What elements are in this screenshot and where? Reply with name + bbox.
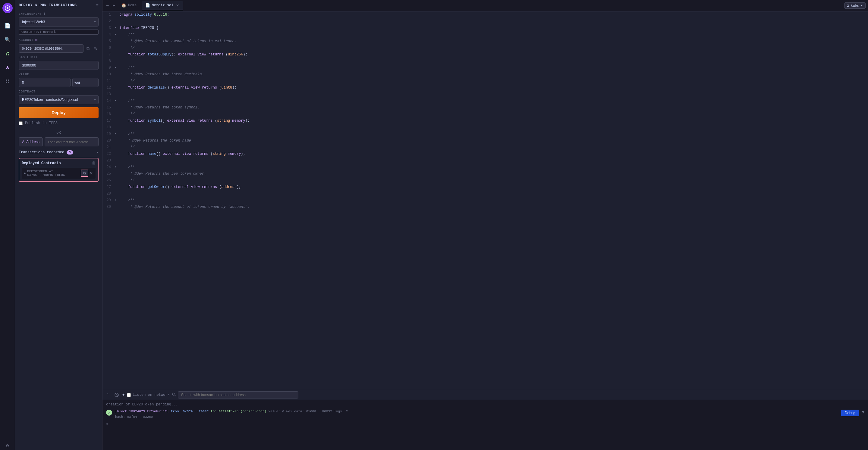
transactions-header: Transactions recorded 3 ▾ [19,150,98,155]
zoom-in-btn[interactable]: + [111,2,116,9]
code-line-8: 8 [102,58,868,64]
contract-actions: ⧉ ✕ [81,169,93,177]
terminal-search-icon[interactable] [172,392,176,397]
account-section-label: ACCOUNT ⊕ [19,38,98,42]
tab-bar: − + 🏠 Home 📄 Nergiz.sol ✕ 2 tabs ▾ [102,0,868,11]
contract-select[interactable]: BEP20Token - contracts/Nergiz.sol [19,95,98,104]
code-line-22: 22 function name() external view returns… [102,151,868,157]
publish-ipfs-checkbox[interactable] [19,121,23,125]
code-editor[interactable]: 1 pragma solidity 0.5.16; 2 3 ▾ interfac… [102,11,868,390]
git-nav-icon[interactable] [3,50,12,58]
value-input[interactable] [19,78,70,87]
deployed-contracts-title: Deployed Contracts [22,161,61,165]
trash-icon[interactable]: 🗑 [92,161,96,165]
code-line-27: 27 function getOwner() external view ret… [102,184,868,190]
code-line-6: 6 */ [102,44,868,51]
tab-home-label: Home [128,3,137,7]
code-line-16: 16 */ [102,111,868,118]
environment-select[interactable]: Injected Web3 JavaScript VM Web3 Provide… [19,18,98,27]
deployed-contracts-header: Deployed Contracts 🗑 [22,161,96,165]
contract-expand-icon[interactable]: ▶ [24,171,26,175]
deploy-panel: DEPLOY & RUN TRANSACTIONS ≡ ENVIRONMENT … [15,0,102,450]
tab-nergiz-label: Nergiz.sol [152,3,174,7]
contract-name-text: BEP20TOKEN AT 0X79C...4D845 (BLOC [27,169,81,177]
deploy-nav-icon[interactable] [3,63,12,72]
close-contract-btn[interactable]: ✕ [90,171,93,175]
code-line-23: 23 [102,157,868,164]
terminal-clock-btn[interactable] [113,392,120,397]
svg-rect-10 [8,82,9,83]
code-line-10: 10 * @dev Returns the token decimals. [102,71,868,78]
tx-details: [block:10924075 txIndex:12] from: 0x3C9.… [115,409,838,420]
tx-logs: logs: 2 [334,410,348,413]
tx-value: value: 0 wei [268,410,292,413]
debug-button[interactable]: Debug [841,410,859,416]
environment-info-icon[interactable]: ℹ [44,12,45,16]
terminal-area: ⌃ 0 listen on network [102,390,868,450]
tx-to: to: BEP20Token.(constructor) [211,410,267,413]
expand-tx-btn[interactable]: ▾ [862,409,864,415]
listen-network-checkbox[interactable] [127,393,131,397]
tabs-counter[interactable]: 2 tabs ▾ [844,2,866,9]
app-logo [2,3,13,13]
code-line-1: 1 pragma solidity 0.5.16; [102,11,868,18]
tx-from: from: 0x3C9...2038C [171,410,209,413]
code-line-5: 5 * @dev Returns the amount of tokens in… [102,38,868,44]
or-divider: OR [19,131,98,135]
code-line-14: 14 ▾ /** [102,98,868,104]
code-line-30: 30 * @dev Returns the amount of tokens o… [102,204,868,210]
gas-limit-input[interactable] [19,61,98,70]
close-tab-nergiz-btn[interactable]: ✕ [176,3,180,7]
svg-point-2 [6,54,7,56]
svg-point-3 [8,52,9,53]
account-select[interactable]: 0x3C9...2038C (0.9993564: [19,44,84,53]
edit-account-btn[interactable]: ✎ [93,45,98,52]
code-line-28: 28 [102,190,868,197]
publish-ipfs-row: Publish to IPFS [19,121,98,125]
load-contract-input[interactable] [44,137,98,147]
terminal-collapse-btn[interactable]: ⌃ [105,392,111,398]
terminal-search-input[interactable] [178,391,299,398]
code-line-7: 7 function totalSupply() external view r… [102,51,868,58]
value-unit-select[interactable]: wei gwei ether [72,78,98,87]
listen-network-label: listen on network [133,393,169,397]
network-badge: Custom (97) network [19,30,98,35]
code-line-13: 13 [102,91,868,98]
search-nav-icon[interactable]: 🔍 [3,36,12,44]
at-address-row: At Address [19,137,98,147]
pending-text: creation of BEP20Token pending... [106,403,864,407]
tx-block: [block:10924075 txIndex:12] [115,410,169,413]
tx-row: ✓ [block:10924075 txIndex:12] from: 0x3C… [106,409,864,420]
code-line-18: 18 [102,124,868,131]
zoom-out-btn[interactable]: − [105,2,110,9]
tab-home[interactable]: 🏠 Home [118,1,141,10]
copy-account-btn[interactable]: ⧉ [85,45,91,52]
deploy-button[interactable]: Deploy [19,107,98,118]
code-line-15: 15 * @dev Returns the token symbol. [102,104,868,111]
contract-item: ▶ BEP20TOKEN AT 0X79C...4D845 (BLOC ⧉ ✕ [22,168,96,179]
tab-nergiz[interactable]: 📄 Nergiz.sol ✕ [142,1,183,10]
code-line-21: 21 */ [102,144,868,151]
deployed-contracts-section: Deployed Contracts 🗑 ▶ BEP20TOKEN AT 0X7… [19,158,98,182]
terminal-count: 0 [122,393,124,397]
account-plus-icon[interactable]: ⊕ [35,38,38,42]
files-nav-icon[interactable]: 📄 [3,22,12,30]
contract-name: ▶ BEP20TOKEN AT 0X79C...4D845 (BLOC [24,169,81,177]
plugins-nav-icon[interactable] [3,77,12,86]
at-address-button[interactable]: At Address [19,137,43,147]
tx-hash: hash: 0xf54...03250 [115,415,153,419]
code-line-20: 20 * @dev Returns the token name. [102,137,868,144]
svg-rect-7 [6,79,7,81]
svg-line-13 [117,395,118,395]
code-line-2: 2 [102,18,868,25]
code-line-4: 4 ▾ /** [102,31,868,38]
value-row: wei gwei ether [19,78,98,87]
panel-menu-icon[interactable]: ≡ [96,3,98,8]
settings-nav-icon[interactable]: ⚙ [3,442,12,450]
svg-point-1 [7,7,8,9]
terminal-output: creation of BEP20Token pending... ✓ [blo… [102,400,868,450]
svg-rect-9 [6,82,7,83]
transactions-chevron-icon[interactable]: ▾ [96,150,98,155]
copy-contract-btn[interactable]: ⧉ [81,169,88,177]
icon-sidebar: 📄 🔍 ⚙ [0,0,15,450]
